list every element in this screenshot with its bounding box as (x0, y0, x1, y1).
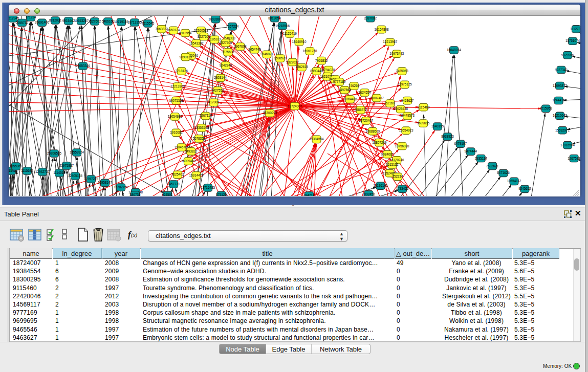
svg-text:12213967: 12213967 (383, 40, 398, 43)
svg-text:9327505: 9327505 (220, 41, 232, 45)
svg-text:7663822: 7663822 (155, 27, 168, 31)
svg-text:1615132: 1615132 (386, 163, 399, 166)
svg-text:17957223: 17957223 (84, 177, 99, 181)
svg-text:10688609: 10688609 (365, 129, 380, 133)
svg-text:18300295: 18300295 (263, 111, 277, 115)
svg-text:15692971: 15692971 (555, 128, 570, 132)
svg-text:62160: 62160 (385, 101, 395, 105)
svg-text:1640195: 1640195 (431, 124, 444, 128)
svg-text:1114519: 1114519 (53, 171, 66, 174)
svg-text:20206535: 20206535 (47, 151, 62, 155)
svg-text:19449573: 19449573 (400, 114, 415, 117)
svg-text:9463627: 9463627 (401, 99, 414, 102)
svg-text:17016504: 17016504 (560, 143, 575, 147)
svg-text:16648764: 16648764 (447, 48, 462, 52)
svg-text:7632621: 7632621 (486, 164, 499, 168)
svg-text:16099489: 16099489 (181, 159, 196, 163)
svg-text:9699695: 9699695 (417, 121, 430, 125)
svg-text:1092450: 1092450 (362, 192, 375, 196)
svg-text:994712: 994712 (303, 193, 315, 196)
svg-text:1267533: 1267533 (568, 157, 580, 160)
svg-text:2935114: 2935114 (475, 157, 488, 160)
svg-text:9612345: 9612345 (9, 16, 19, 20)
svg-text:8812031: 8812031 (49, 18, 62, 22)
svg-text:20691406: 20691406 (35, 20, 50, 24)
svg-text:6497568: 6497568 (338, 88, 351, 92)
svg-text:10756928: 10756928 (395, 144, 410, 148)
svg-text:924501: 924501 (162, 193, 173, 196)
svg-text:252214: 252214 (392, 174, 403, 178)
svg-text:6466160: 6466160 (102, 19, 115, 23)
svg-text:9227343: 9227343 (555, 68, 568, 72)
svg-text:15720407: 15720407 (359, 119, 374, 122)
svg-text:8471626: 8471626 (497, 171, 510, 174)
svg-text:746266: 746266 (349, 84, 360, 87)
svg-text:1916682: 1916682 (170, 130, 183, 134)
svg-text:7986372: 7986372 (354, 108, 367, 112)
svg-text:1527602: 1527602 (89, 19, 101, 23)
svg-text:1588520: 1588520 (274, 56, 287, 60)
svg-text:2387682: 2387682 (364, 16, 377, 20)
svg-text:19054935: 19054935 (168, 115, 183, 118)
svg-text:10653287: 10653287 (74, 19, 89, 23)
svg-text:9777169: 9777169 (333, 80, 346, 83)
svg-text:9245652: 9245652 (518, 187, 531, 190)
svg-text:1244415: 1244415 (552, 98, 565, 102)
svg-text:8454749: 8454749 (248, 48, 261, 51)
svg-text:15751074: 15751074 (565, 39, 580, 42)
svg-text:9915462: 9915462 (62, 19, 75, 23)
svg-text:8813054: 8813054 (268, 16, 281, 20)
svg-text:880735: 880735 (129, 193, 141, 196)
svg-text:875123: 875123 (216, 193, 227, 196)
svg-text:13716485: 13716485 (201, 186, 215, 189)
svg-text:8660124: 8660124 (167, 28, 180, 32)
svg-text:19218506: 19218506 (275, 24, 290, 28)
svg-text:19353598: 19353598 (194, 126, 209, 129)
svg-text:3624554: 3624554 (358, 91, 371, 94)
svg-text:22260518: 22260518 (194, 29, 209, 32)
svg-text:8938923: 8938923 (441, 135, 454, 138)
svg-text:9427552: 9427552 (211, 89, 224, 92)
svg-text:16543382: 16543382 (189, 41, 204, 45)
svg-text:12975125: 12975125 (398, 82, 412, 86)
svg-text:3267110: 3267110 (200, 114, 212, 117)
svg-text:7625402: 7625402 (171, 172, 184, 176)
svg-text:20364436: 20364436 (343, 97, 358, 101)
svg-text:7357224: 7357224 (226, 25, 239, 28)
svg-text:19384554: 19384554 (309, 137, 324, 141)
svg-text:6794028: 6794028 (322, 68, 335, 72)
svg-text:16154808: 16154808 (374, 28, 389, 31)
svg-text:12213369: 12213369 (170, 84, 185, 88)
svg-text:16713155: 16713155 (127, 20, 142, 24)
svg-text:5578352: 5578352 (193, 137, 206, 140)
svg-text:15136141: 15136141 (373, 184, 388, 187)
svg-text:8215958: 8215958 (539, 106, 552, 110)
svg-text:7955812: 7955812 (315, 59, 328, 62)
svg-text:10025438: 10025438 (394, 107, 408, 111)
svg-text:8990448: 8990448 (310, 69, 323, 73)
svg-text:18724007: 18724007 (288, 104, 302, 108)
svg-text:8912954: 8912954 (179, 31, 192, 35)
svg-text:1733426: 1733426 (396, 187, 409, 190)
svg-text:1362615: 1362615 (296, 65, 309, 69)
svg-text:2718126: 2718126 (176, 69, 188, 73)
svg-text:20053346: 20053346 (76, 64, 91, 68)
svg-text:10807487: 10807487 (369, 96, 384, 100)
svg-text:16914479: 16914479 (189, 173, 204, 177)
svg-text:9457771: 9457771 (167, 182, 180, 186)
svg-text:9084067: 9084067 (381, 152, 394, 156)
svg-text:10973493: 10973493 (389, 52, 404, 55)
svg-text:16210643: 16210643 (553, 114, 568, 117)
svg-text:10654112: 10654112 (507, 179, 521, 183)
svg-text:1112733: 1112733 (570, 27, 580, 31)
svg-text:12942737: 12942737 (35, 170, 50, 173)
svg-text:3493822: 3493822 (185, 149, 198, 153)
svg-text:23975887: 23975887 (59, 164, 74, 167)
svg-text:16961758: 16961758 (302, 49, 317, 53)
svg-text:12505135: 12505135 (68, 174, 83, 178)
svg-text:1115682: 1115682 (21, 169, 33, 172)
svg-text:9146821: 9146821 (260, 52, 273, 56)
svg-text:(x): (x) (131, 232, 138, 238)
svg-text:2967608: 2967608 (234, 45, 247, 48)
svg-text:7485063: 7485063 (396, 69, 408, 73)
